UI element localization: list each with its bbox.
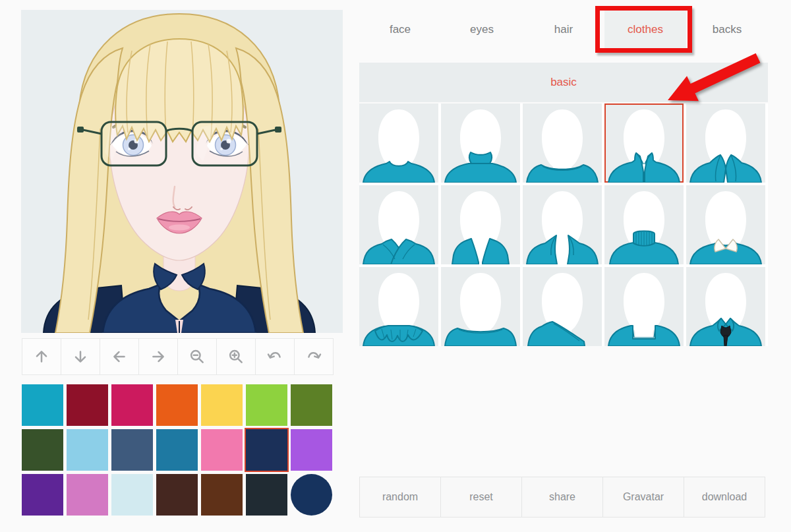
color-swatch-1e79a2[interactable] — [156, 429, 198, 471]
color-swatch-8ed23e[interactable] — [246, 384, 287, 426]
color-swatch-37522a[interactable] — [22, 429, 63, 471]
move-right-button[interactable] — [138, 338, 178, 375]
gravatar-button[interactable]: Gravatar — [602, 477, 684, 517]
color-swatch-5f3118[interactable] — [201, 474, 243, 516]
avatar-preview-panel — [21, 10, 343, 333]
color-swatch-a757e2[interactable] — [291, 429, 332, 471]
ruffle-collar-thumbnail — [359, 267, 438, 346]
clothes-option-ribbed-turtleneck[interactable] — [604, 185, 684, 264]
clothes-option-v-neck-sleeveless[interactable] — [441, 185, 520, 264]
crew-neck-thumbnail — [359, 103, 438, 183]
palette-row — [22, 474, 333, 516]
subcategory-band: basic — [359, 63, 768, 102]
action-bar: randomresetshareGravatardownload — [359, 477, 768, 517]
shirt-with-tie-thumbnail — [686, 267, 765, 346]
clothes-option-shirt-with-tie[interactable] — [686, 267, 765, 346]
clothes-option-ruffle-collar[interactable] — [359, 267, 438, 346]
color-swatch-cc1a5e[interactable] — [111, 384, 153, 426]
color-swatch-8ccfe8[interactable] — [67, 429, 108, 471]
avatar-toolbar — [22, 338, 339, 375]
color-swatch-fbd450[interactable] — [201, 384, 243, 426]
color-swatch-3e5a7d[interactable] — [111, 429, 153, 471]
clothes-option-draped-v-neck[interactable] — [359, 185, 438, 264]
subcategory-label: basic — [550, 76, 577, 89]
tab-face[interactable]: face — [359, 7, 441, 53]
avatar-maker-app: faceeyeshairclothesbacks basic randomres… — [0, 0, 791, 532]
category-tabs: faceeyeshairclothesbacks — [359, 7, 768, 53]
redo-button[interactable] — [294, 338, 334, 375]
clothes-option-mock-turtleneck[interactable] — [441, 103, 520, 183]
arrow-up-icon — [33, 348, 50, 365]
draped-v-neck-thumbnail — [359, 185, 438, 264]
one-shoulder-thumbnail — [523, 267, 602, 346]
clothes-option-shirt-collar-sweater[interactable] — [686, 185, 765, 264]
clothes-option-open-blazer[interactable] — [523, 185, 602, 264]
hooded-top-thumbnail — [686, 103, 765, 183]
shirt-collar-sweater-thumbnail — [686, 185, 765, 264]
clothes-option-zip-collar-jacket[interactable] — [604, 103, 684, 183]
zoom-out-button[interactable] — [177, 338, 217, 375]
color-swatch-5e2596[interactable] — [22, 474, 63, 516]
palette-row — [22, 384, 333, 426]
zip-collar-jacket-thumbnail — [604, 103, 684, 183]
square-neck-thumbnail — [604, 267, 684, 346]
avatar-illustration — [21, 10, 343, 333]
share-button[interactable]: share — [521, 477, 603, 517]
color-swatch-1b3059[interactable] — [246, 429, 287, 471]
move-down-button[interactable] — [61, 338, 100, 375]
move-left-button[interactable] — [100, 338, 139, 375]
tab-clothes[interactable]: clothes — [604, 7, 686, 53]
current-color-indicator — [291, 474, 332, 516]
zoom-out-icon — [189, 348, 206, 365]
color-swatch-202b33[interactable] — [246, 474, 287, 516]
clothes-option-hooded-top[interactable] — [686, 103, 765, 183]
arrow-left-icon — [111, 348, 128, 365]
redo-icon — [305, 348, 322, 365]
random-button[interactable]: random — [359, 477, 441, 517]
move-up-button[interactable] — [22, 338, 61, 375]
color-swatch-e95d17[interactable] — [156, 384, 198, 426]
color-swatch-d379c3[interactable] — [67, 474, 108, 516]
arrow-right-icon — [150, 348, 167, 365]
clothes-options-grid — [359, 103, 768, 346]
boat-neck-thumbnail — [523, 103, 602, 183]
ribbed-turtleneck-thumbnail — [604, 185, 684, 264]
v-neck-sleeveless-thumbnail — [441, 185, 520, 264]
color-swatch-452720[interactable] — [156, 474, 198, 516]
clothes-option-off-shoulder[interactable] — [441, 267, 520, 346]
tab-hair[interactable]: hair — [523, 7, 604, 53]
undo-button[interactable] — [255, 338, 295, 375]
palette-row — [22, 429, 333, 471]
tab-eyes[interactable]: eyes — [441, 7, 523, 53]
color-swatch-14a5c3[interactable] — [22, 384, 63, 426]
clothes-option-one-shoulder[interactable] — [523, 267, 602, 346]
reset-button[interactable]: reset — [440, 477, 522, 517]
color-swatch-f279ae[interactable] — [201, 429, 243, 471]
arrow-down-icon — [72, 348, 89, 365]
clothes-option-square-neck[interactable] — [604, 267, 684, 346]
mock-turtleneck-thumbnail — [441, 103, 520, 183]
clothes-option-boat-neck[interactable] — [523, 103, 602, 183]
color-palette — [22, 384, 333, 519]
download-button[interactable]: download — [684, 477, 765, 517]
clothes-option-crew-neck[interactable] — [359, 103, 438, 183]
zoom-in-icon — [227, 348, 245, 365]
zoom-in-button[interactable] — [216, 338, 256, 375]
off-shoulder-thumbnail — [441, 267, 520, 346]
tab-backs[interactable]: backs — [686, 7, 768, 53]
open-blazer-thumbnail — [523, 185, 602, 264]
undo-icon — [266, 348, 283, 365]
color-swatch-d2eaf0[interactable] — [111, 474, 153, 516]
color-swatch-8e1129[interactable] — [67, 384, 108, 426]
color-swatch-5c8026[interactable] — [291, 384, 332, 426]
